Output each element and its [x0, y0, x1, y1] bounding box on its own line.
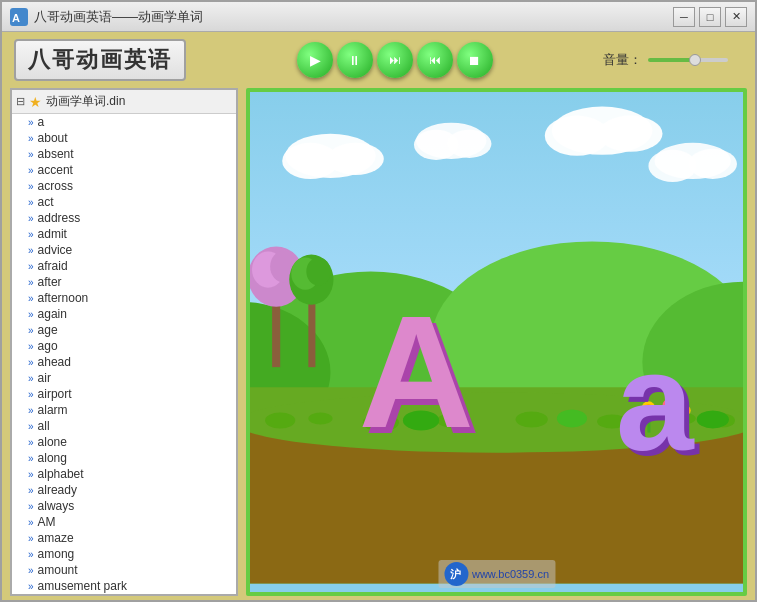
- watermark-text: www.bc0359.cn: [472, 568, 549, 580]
- list-item[interactable]: »afternoon: [12, 290, 236, 306]
- word-text: afraid: [38, 259, 68, 273]
- list-item[interactable]: »address: [12, 210, 236, 226]
- word-text: admit: [38, 227, 67, 241]
- content-area: ⊟ ★ 动画学单词.din »a»about»absent»accent»acr…: [2, 88, 755, 602]
- word-text: ago: [38, 339, 58, 353]
- list-item[interactable]: »airport: [12, 386, 236, 402]
- list-item[interactable]: »all: [12, 418, 236, 434]
- watermark-icon: 沪: [444, 562, 468, 586]
- svg-point-21: [265, 412, 295, 428]
- word-arrow-icon: »: [28, 453, 34, 464]
- scene: A a 沪 www.bc0359.cn: [250, 92, 743, 592]
- list-item[interactable]: »about: [12, 130, 236, 146]
- word-arrow-icon: »: [28, 501, 34, 512]
- list-item[interactable]: »alarm: [12, 402, 236, 418]
- playback-controls: [202, 42, 587, 78]
- title-bar-controls: ─ □ ✕: [673, 7, 747, 27]
- minimize-button[interactable]: ─: [673, 7, 695, 27]
- word-arrow-icon: »: [28, 357, 34, 368]
- word-arrow-icon: »: [28, 581, 34, 592]
- word-arrow-icon: »: [28, 517, 34, 528]
- title-bar: A 八哥动画英语——动画学单词 ─ □ ✕: [2, 2, 755, 32]
- list-item[interactable]: »absent: [12, 146, 236, 162]
- list-item[interactable]: »again: [12, 306, 236, 322]
- close-button[interactable]: ✕: [725, 7, 747, 27]
- list-item[interactable]: »already: [12, 482, 236, 498]
- word-arrow-icon: »: [28, 229, 34, 240]
- word-text: amusement park: [38, 579, 127, 593]
- svg-point-25: [516, 411, 548, 427]
- word-text: airport: [38, 387, 72, 401]
- list-item[interactable]: »alphabet: [12, 466, 236, 482]
- word-list-panel: ⊟ ★ 动画学单词.din »a»about»absent»accent»acr…: [10, 88, 238, 596]
- list-item[interactable]: »act: [12, 194, 236, 210]
- svg-point-10: [598, 116, 662, 152]
- play-button[interactable]: [297, 42, 333, 78]
- word-text: address: [38, 211, 81, 225]
- list-item[interactable]: »admit: [12, 226, 236, 242]
- list-item[interactable]: »accent: [12, 162, 236, 178]
- word-arrow-icon: »: [28, 197, 34, 208]
- svg-point-36: [306, 257, 330, 285]
- word-list-header: ⊟ ★ 动画学单词.din: [12, 90, 236, 114]
- list-item[interactable]: »along: [12, 450, 236, 466]
- list-item[interactable]: »AM: [12, 514, 236, 530]
- watermark: 沪 www.bc0359.cn: [438, 560, 555, 588]
- stop-button[interactable]: [457, 42, 493, 78]
- word-arrow-icon: »: [28, 293, 34, 304]
- word-arrow-icon: »: [28, 149, 34, 160]
- word-text: along: [38, 451, 67, 465]
- list-item[interactable]: »among: [12, 546, 236, 562]
- word-text: already: [38, 483, 77, 497]
- word-arrow-icon: »: [28, 277, 34, 288]
- list-item[interactable]: »ahead: [12, 354, 236, 370]
- list-item[interactable]: »amaze: [12, 530, 236, 546]
- list-item[interactable]: »after: [12, 274, 236, 290]
- display-area: A a 沪 www.bc0359.cn: [246, 88, 747, 596]
- list-item[interactable]: »advice: [12, 242, 236, 258]
- word-arrow-icon: »: [28, 405, 34, 416]
- word-arrow-icon: »: [28, 469, 34, 480]
- word-arrow-icon: »: [28, 549, 34, 560]
- word-text: among: [38, 547, 75, 561]
- word-arrow-icon: »: [28, 485, 34, 496]
- title-bar-left: A 八哥动画英语——动画学单词: [10, 8, 203, 26]
- list-item[interactable]: »amusement park: [12, 578, 236, 594]
- list-item[interactable]: »amount: [12, 562, 236, 578]
- word-arrow-icon: »: [28, 245, 34, 256]
- volume-label: 音量：: [603, 51, 642, 69]
- list-item[interactable]: »always: [12, 498, 236, 514]
- list-item[interactable]: »ago: [12, 338, 236, 354]
- maximize-button[interactable]: □: [699, 7, 721, 27]
- list-item[interactable]: »air: [12, 370, 236, 386]
- pause-button[interactable]: [337, 42, 373, 78]
- word-text: again: [38, 307, 67, 321]
- list-item[interactable]: »afraid: [12, 258, 236, 274]
- svg-text:A: A: [12, 12, 20, 24]
- word-arrow-icon: »: [28, 421, 34, 432]
- word-text: alarm: [38, 403, 68, 417]
- word-arrow-icon: »: [28, 325, 34, 336]
- prev-button[interactable]: [417, 42, 453, 78]
- main-container: 八哥动画英语 音量： ⊟ ★ 动画学单词.din »a»about»absent…: [2, 32, 755, 602]
- list-item[interactable]: »alone: [12, 434, 236, 450]
- list-item[interactable]: »a: [12, 114, 236, 130]
- next-button[interactable]: [377, 42, 413, 78]
- volume-control: 音量：: [603, 51, 743, 69]
- list-item[interactable]: »across: [12, 178, 236, 194]
- list-item[interactable]: »age: [12, 322, 236, 338]
- word-text: accent: [38, 163, 73, 177]
- word-arrow-icon: »: [28, 261, 34, 272]
- word-arrow-icon: »: [28, 373, 34, 384]
- word-list-scroll[interactable]: »a»about»absent»accent»across»act»addres…: [12, 114, 236, 594]
- svg-point-47: [557, 409, 587, 427]
- word-text: act: [38, 195, 54, 209]
- word-text: alone: [38, 435, 67, 449]
- expand-icon: ⊟: [16, 95, 25, 108]
- word-text: after: [38, 275, 62, 289]
- word-text: a: [38, 115, 45, 129]
- word-text: advice: [38, 243, 73, 257]
- svg-point-22: [308, 412, 332, 424]
- volume-slider[interactable]: [648, 58, 728, 62]
- word-arrow-icon: »: [28, 181, 34, 192]
